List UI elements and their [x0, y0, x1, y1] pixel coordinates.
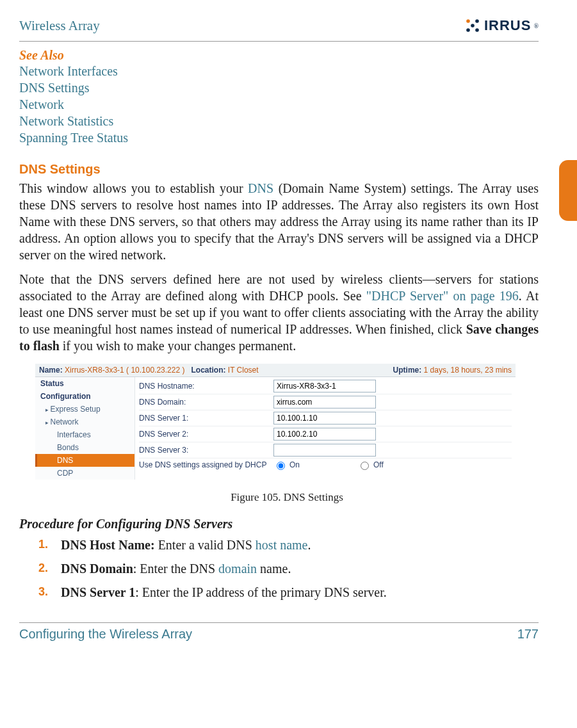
step-bold: DNS Server 1 — [61, 585, 135, 599]
thumb-tab — [559, 160, 577, 221]
step-bold: DNS Domain — [61, 562, 133, 576]
server1-label: DNS Server 1: — [139, 414, 273, 423]
text: This window allows you to establish your — [19, 181, 248, 195]
page-footer: Configuring the Wireless Array 177 — [19, 627, 539, 642]
nav-interfaces[interactable]: Interfaces — [35, 428, 134, 441]
footer-rule — [19, 622, 539, 623]
figure-screenshot: Name: Xirrus-XR8-3x3-1 ( 10.100.23.222 )… — [35, 364, 516, 480]
dhcp-on-radio[interactable] — [277, 462, 285, 470]
text: . — [308, 538, 311, 552]
figure-banner: Name: Xirrus-XR8-3x3-1 ( 10.100.23.222 )… — [35, 364, 516, 377]
banner-name-value: Xirrus-XR8-3x3-1 ( 10.100.23.222 ) — [65, 366, 184, 375]
glossary-link-domain[interactable]: domain — [218, 562, 257, 576]
figure-form: DNS Hostname: DNS Domain: DNS Server 1: … — [135, 377, 516, 480]
cross-ref-link[interactable]: "DHCP Server" on page 196 — [366, 289, 519, 303]
banner-name-label: Name: — [39, 366, 63, 375]
banner-location-label: Location: — [191, 366, 225, 375]
nav-cdp[interactable]: CDP — [35, 467, 134, 480]
svg-point-3 — [466, 28, 470, 32]
footer-page-number: 177 — [517, 627, 539, 642]
svg-point-1 — [475, 19, 479, 23]
body-paragraph: Note that the DNS servers defined here a… — [19, 271, 539, 354]
banner-uptime-value: 1 days, 18 hours, 23 mins — [424, 366, 512, 375]
dhcp-label: Use DNS settings assigned by DHCP — [139, 460, 273, 469]
text: Enter a valid DNS — [155, 538, 256, 552]
procedure-steps: DNS Host Name: Enter a valid DNS host na… — [38, 538, 539, 600]
brand-text: IRRUS — [484, 17, 531, 34]
svg-point-4 — [475, 28, 479, 32]
step-item: DNS Server 1: Enter the IP address of th… — [38, 585, 539, 600]
page-header: Wireless Array IRRUS® — [19, 13, 539, 38]
server1-input[interactable] — [273, 412, 376, 425]
nav-dns-active[interactable]: DNS — [35, 454, 134, 467]
dhcp-on-option[interactable]: On — [273, 460, 300, 470]
dhcp-off-radio[interactable] — [361, 462, 369, 470]
figure-caption: Figure 105. DNS Settings — [35, 491, 539, 504]
glossary-link-hostname[interactable]: host name — [256, 538, 308, 552]
brand-x-icon — [464, 17, 482, 35]
see-also-link[interactable]: Spanning Tree Status — [19, 129, 539, 146]
see-also-link[interactable]: Network — [19, 96, 539, 113]
see-also-link[interactable]: DNS Settings — [19, 79, 539, 96]
step-bold: DNS Host Name: — [61, 538, 155, 552]
step-item: DNS Host Name: Enter a valid DNS host na… — [38, 538, 539, 553]
brand-logo: IRRUS® — [464, 17, 539, 35]
nav-express-setup[interactable]: Express Setup — [35, 403, 134, 416]
glossary-link-dns[interactable]: DNS — [248, 181, 273, 195]
server3-label: DNS Server 3: — [139, 446, 273, 455]
nav-configuration[interactable]: Configuration — [35, 390, 134, 403]
dhcp-off-option[interactable]: Off — [357, 460, 384, 470]
banner-location-value: IT Closet — [228, 366, 259, 375]
dhcp-radio-group: On Off — [273, 460, 384, 470]
domain-input[interactable] — [273, 396, 376, 408]
step-item: DNS Domain: Enter the DNS domain name. — [38, 562, 539, 576]
see-also-links: Network Interfaces DNS Settings Network … — [19, 63, 539, 146]
nav-status[interactable]: Status — [35, 377, 134, 390]
nav-network[interactable]: Network — [35, 416, 134, 428]
header-rule — [19, 41, 539, 42]
nav-bonds[interactable]: Bonds — [35, 441, 134, 454]
see-also-link[interactable]: Network Interfaces — [19, 63, 539, 79]
on-label: On — [289, 460, 300, 469]
figure-nav: Status Configuration Express Setup Netwo… — [35, 377, 135, 480]
body-paragraph: This window allows you to establish your… — [19, 180, 539, 263]
procedure-heading: Procedure for Configuring DNS Servers — [19, 517, 539, 531]
off-label: Off — [373, 460, 384, 469]
svg-point-2 — [471, 24, 475, 28]
domain-label: DNS Domain: — [139, 398, 273, 407]
running-head: Wireless Array — [19, 18, 100, 34]
text: if you wish to make your changes permane… — [60, 339, 296, 353]
server2-input[interactable] — [273, 428, 376, 441]
svg-point-0 — [466, 19, 470, 23]
text: : Enter the IP address of the primary DN… — [135, 585, 387, 599]
brand-registered-icon: ® — [533, 22, 539, 29]
figure-container: Name: Xirrus-XR8-3x3-1 ( 10.100.23.222 )… — [35, 364, 539, 504]
server3-input[interactable] — [273, 444, 376, 457]
text: : Enter the DNS — [133, 562, 218, 576]
text: name. — [257, 562, 291, 576]
banner-uptime-label: Uptime: — [393, 366, 422, 375]
footer-section: Configuring the Wireless Array — [19, 627, 192, 642]
hostname-label: DNS Hostname: — [139, 382, 273, 391]
hostname-input[interactable] — [273, 380, 376, 392]
see-also-heading: See Also — [19, 48, 539, 63]
section-heading: DNS Settings — [19, 162, 539, 177]
see-also-link[interactable]: Network Statistics — [19, 113, 539, 129]
server2-label: DNS Server 2: — [139, 430, 273, 439]
